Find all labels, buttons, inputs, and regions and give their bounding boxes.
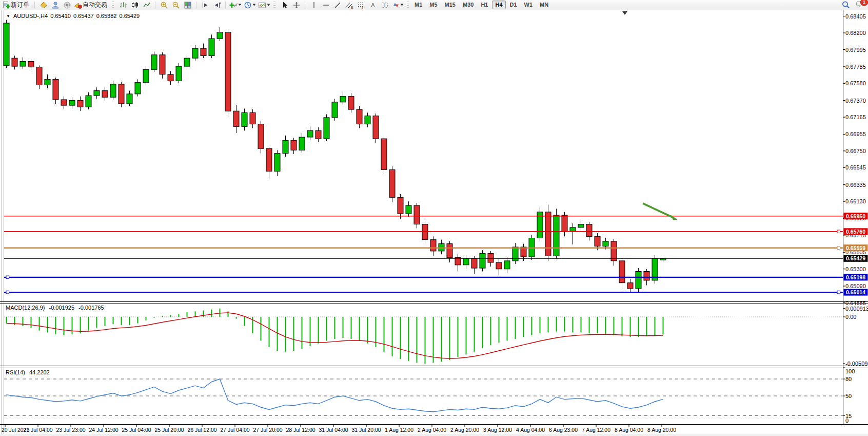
chevron-down-icon [267, 4, 270, 6]
toolbar-grip[interactable] [112, 2, 114, 8]
channel-icon: E [345, 1, 353, 9]
candle-body [274, 154, 280, 172]
candle-body [69, 101, 75, 106]
price-tick-label: 0.66130 [845, 198, 866, 204]
vertical-line-icon [310, 1, 318, 9]
candle-body [554, 215, 559, 256]
new-order-button[interactable]: 新订单 [1, 1, 32, 9]
toolbar-group-objects: E F A T [307, 0, 406, 10]
price-tick-label: 0.67785 [845, 64, 866, 70]
candle-body [504, 261, 510, 269]
equidistant-channel-tool-button[interactable]: E [343, 1, 355, 9]
fibonacci-tool-button[interactable]: F [355, 1, 367, 9]
candle-body [176, 66, 182, 81]
toolbar-grip[interactable] [273, 2, 275, 8]
chat-button[interactable]: 1 [856, 0, 865, 10]
timeframe-h1[interactable]: H1 [478, 1, 491, 9]
profile-button[interactable] [49, 1, 61, 9]
arrows-tool-button[interactable] [390, 1, 405, 9]
trendline-tool-button[interactable] [331, 1, 343, 9]
timeframe-m5[interactable]: M5 [426, 1, 440, 9]
chart-canvas[interactable]: 0.684050.682000.679950.677850.675800.673… [0, 0, 868, 436]
timeframe-m1[interactable]: M1 [411, 1, 425, 9]
market-watch-button[interactable] [37, 1, 49, 9]
candle-body [578, 224, 584, 228]
time-tick-label: 27 Jul 04:00 [220, 427, 249, 433]
timeframe-w1[interactable]: W1 [521, 1, 536, 9]
rsi-axis-label: 100 [845, 368, 855, 374]
svg-text:A: A [371, 2, 375, 8]
candle-body [595, 236, 600, 246]
cursor-button[interactable] [279, 1, 290, 9]
candle-body [36, 67, 42, 85]
candle-body [471, 258, 477, 268]
arrows-icon [391, 1, 400, 9]
hline-handle[interactable] [6, 291, 9, 294]
price-tick-label: 0.68405 [845, 13, 866, 20]
time-tick-label: 7 Aug 12:00 [582, 427, 610, 433]
candle-body [299, 137, 305, 150]
candle-body [160, 55, 165, 74]
price-tick-label: 0.66750 [845, 148, 866, 154]
line-chart-mode-button[interactable] [141, 1, 152, 9]
sound-alerts-button[interactable] [61, 1, 73, 9]
auto-scroll-button[interactable] [199, 1, 211, 9]
auto-trading-label: 自动交易 [83, 1, 107, 9]
notification-badge: 1 [860, 0, 868, 6]
timeframe-mn[interactable]: MN [537, 1, 551, 9]
crosshair-icon [292, 1, 301, 9]
hline-handle[interactable] [837, 291, 840, 294]
candle-body [365, 116, 370, 124]
timeframe-d1[interactable]: D1 [507, 1, 520, 9]
candle-body [636, 272, 641, 289]
chart-title[interactable]: ▼ AUDUSD-,H4 0.65410 0.65437 0.65382 0.6… [6, 13, 142, 19]
candle-body [414, 205, 420, 224]
toolbar-separator [305, 2, 305, 9]
time-tick-label: 26 Jul 12:00 [187, 427, 216, 433]
tile-windows-button[interactable] [182, 1, 193, 9]
horizontal-line-tool-button[interactable] [320, 1, 331, 9]
search-button[interactable] [840, 1, 852, 9]
time-tick-label: 25 Jul 20:00 [154, 427, 184, 433]
hline-handle[interactable] [6, 276, 9, 279]
templates-button[interactable] [257, 1, 271, 9]
auto-trading-icon [74, 1, 82, 9]
toolbar-grip[interactable] [407, 2, 409, 8]
candle-body [603, 241, 608, 247]
toolbar-separator [196, 2, 196, 9]
auto-trading-button[interactable]: 自动交易 [73, 1, 110, 9]
quote-high: 0.65437 [73, 13, 94, 19]
candle-body [250, 112, 255, 124]
timeframe-h4[interactable]: H4 [492, 1, 505, 9]
candle-body [570, 228, 576, 232]
svg-text:F: F [362, 5, 365, 9]
bar-chart-mode-button[interactable] [117, 1, 129, 9]
zoom-in-button[interactable] [158, 1, 170, 9]
crosshair-button[interactable] [290, 1, 302, 9]
timeframe-m15[interactable]: M15 [442, 1, 459, 9]
bar-chart-mode-icon [119, 1, 127, 9]
hline-handle[interactable] [837, 230, 840, 233]
macd-axis-label: 0.00 [845, 314, 856, 320]
vertical-line-tool-button[interactable] [308, 1, 320, 9]
candlestick-mode-button[interactable] [129, 1, 141, 9]
indicators-button[interactable] [228, 1, 243, 9]
zoom-out-button[interactable] [170, 1, 182, 9]
one-click-trading-expander-icon[interactable]: ▼ [6, 14, 10, 18]
text-tool-button[interactable]: A [367, 1, 379, 9]
toolbar: 新订单 [0, 0, 868, 10]
price-tick-label: 0.66955 [845, 131, 866, 137]
trendline-icon [333, 1, 342, 9]
new-order-label: 新订单 [11, 1, 29, 9]
chart-shift-button[interactable] [211, 1, 223, 9]
chevron-down-icon [400, 4, 404, 6]
window-bottom-edge [0, 434, 868, 436]
periods-button[interactable] [243, 1, 257, 9]
candle-body [61, 100, 67, 105]
time-tick-label: 31 Jul 04:00 [319, 427, 348, 433]
hline-handle[interactable] [837, 247, 840, 250]
candle-body [53, 79, 58, 100]
timeframe-m30[interactable]: M30 [460, 1, 477, 9]
text-label-tool-button[interactable]: T [379, 1, 390, 9]
chart-background[interactable] [0, 10, 868, 436]
